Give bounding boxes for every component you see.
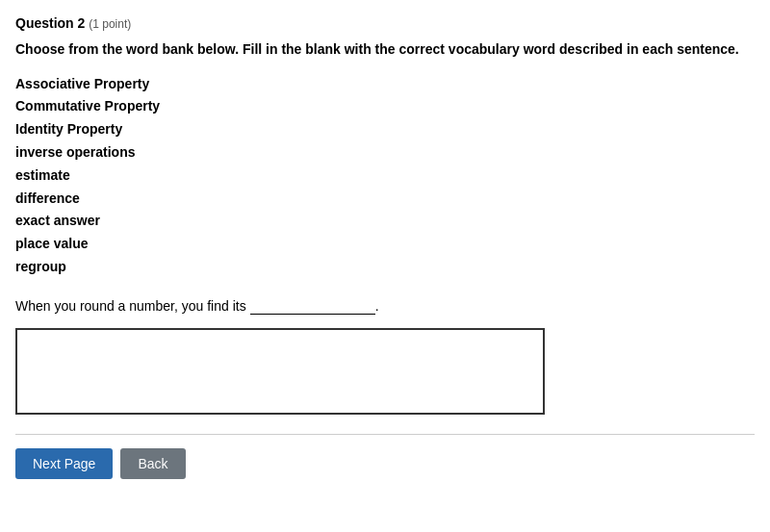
button-row: Next Page Back (15, 448, 755, 479)
word-bank-item-regroup: regroup (15, 256, 755, 279)
word-bank-item-inverse: inverse operations (15, 141, 755, 165)
next-page-button[interactable]: Next Page (15, 448, 113, 479)
word-bank-item-associative: Associative Property (15, 73, 755, 96)
section-divider (15, 434, 755, 435)
word-bank-item-place-value: place value (15, 233, 755, 256)
word-bank-item-difference: difference (15, 188, 755, 211)
page-container: Question 2 (1 point) Choose from the wor… (0, 0, 770, 494)
question-number: Question 2 (15, 15, 85, 31)
question-header: Question 2 (1 point) (15, 15, 755, 31)
word-bank-item-identity: Identity Property (15, 118, 755, 141)
prompt-label: When you round a number, you find its (15, 298, 246, 314)
answer-input[interactable] (15, 328, 545, 415)
blank-line (250, 298, 375, 315)
instructions: Choose from the word bank below. Fill in… (15, 40, 755, 60)
prompt-text: When you round a number, you find its . (15, 298, 755, 315)
word-bank-item-commutative: Commutative Property (15, 95, 755, 118)
word-bank-item-exact-answer: exact answer (15, 210, 755, 233)
question-points: (1 point) (89, 17, 131, 31)
word-bank: Associative Property Commutative Propert… (15, 73, 755, 279)
word-bank-item-estimate: estimate (15, 165, 755, 188)
back-button[interactable]: Back (120, 448, 185, 479)
